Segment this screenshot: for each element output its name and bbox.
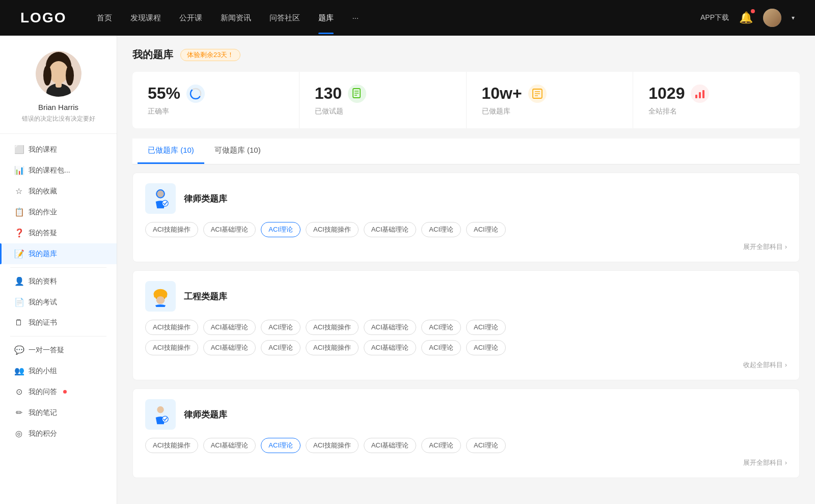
lawyer-icon-wrap <box>145 183 176 214</box>
sidebar-label-qa: 我的答疑 <box>29 229 57 238</box>
app-download-link[interactable]: APP下载 <box>700 13 729 22</box>
tags-row-lawyer-1: ACI技能操作 ACI基础理论 ACI理论 ACI技能操作 ACI基础理论 AC… <box>145 222 787 237</box>
tag-lawyer1-4[interactable]: ACI基础理论 <box>364 222 417 237</box>
tag-lawyer2-0[interactable]: ACI技能操作 <box>145 438 198 453</box>
sidebar-item-points[interactable]: ◎ 我的积分 <box>0 423 117 444</box>
stat-done-bank-icon <box>528 85 547 103</box>
sidebar-label-group: 我的小组 <box>29 367 57 376</box>
sidebar-label-question-bank: 我的题库 <box>29 249 57 259</box>
tag-engineer-r1-4[interactable]: ACI基础理论 <box>364 320 417 335</box>
sidebar-item-qa[interactable]: ❓ 我的答疑 <box>0 222 117 243</box>
tag-lawyer2-6[interactable]: ACI理论 <box>466 438 506 453</box>
sidebar-item-certificate[interactable]: 🗒 我的证书 <box>0 313 117 333</box>
sidebar-item-group[interactable]: 👥 我的小组 <box>0 360 117 381</box>
svg-point-2 <box>49 61 68 83</box>
qa-red-dot <box>63 390 67 394</box>
profile-avatar[interactable] <box>36 51 82 97</box>
tag-lawyer1-6[interactable]: ACI理论 <box>466 222 506 237</box>
svg-point-24 <box>157 190 164 197</box>
qa-icon: ❓ <box>14 228 23 238</box>
tag-engineer-r1-6[interactable]: ACI理论 <box>466 320 506 335</box>
notification-bell[interactable]: 🔔 <box>739 11 753 24</box>
list-icon <box>531 88 544 100</box>
nav-links: 首页 发现课程 公开课 新闻资讯 问答社区 题库 ··· <box>97 13 700 23</box>
sidebar-item-exam[interactable]: 📄 我的考试 <box>0 292 117 313</box>
tag-engineer-r2-2[interactable]: ACI理论 <box>261 340 301 355</box>
exam-icon: 📄 <box>14 297 23 307</box>
nav-open-course[interactable]: 公开课 <box>179 13 202 23</box>
avatar-chevron-icon[interactable]: ▾ <box>792 14 795 21</box>
nav-qa[interactable]: 问答社区 <box>269 13 300 23</box>
sidebar-divider-2 <box>10 336 106 337</box>
stat-accuracy-label: 正确率 <box>148 107 284 116</box>
sidebar-profile: Brian Harris 错误的决定比没有决定要好 <box>0 36 117 134</box>
topnav: LOGO 首页 发现课程 公开课 新闻资讯 问答社区 题库 ··· APP下载 … <box>0 0 815 36</box>
tag-lawyer1-1[interactable]: ACI基础理论 <box>203 222 256 237</box>
sidebar-item-profile[interactable]: 👤 我的资料 <box>0 271 117 292</box>
category-title-lawyer-2: 律师类题库 <box>184 409 227 421</box>
stat-done-questions-value: 130 <box>315 84 342 103</box>
question-bank-icon: 📝 <box>14 249 23 259</box>
sidebar-item-course-package[interactable]: 📊 我的课程包... <box>0 160 117 181</box>
page-title: 我的题库 <box>132 48 173 62</box>
tag-engineer-r2-3[interactable]: ACI技能操作 <box>306 340 359 355</box>
sidebar-label-collection: 我的收藏 <box>29 187 57 196</box>
tag-lawyer2-1[interactable]: ACI基础理论 <box>203 438 256 453</box>
stat-done-bank-label: 已做题库 <box>482 107 618 116</box>
tag-lawyer1-5[interactable]: ACI理论 <box>421 222 461 237</box>
sidebar-label-one-on-one: 一对一答疑 <box>29 346 64 355</box>
nav-more[interactable]: ··· <box>352 13 359 23</box>
tag-engineer-r1-2[interactable]: ACI理论 <box>261 320 301 335</box>
avatar[interactable] <box>763 9 781 27</box>
tag-lawyer1-0[interactable]: ACI技能操作 <box>145 222 198 237</box>
tag-engineer-r1-1[interactable]: ACI基础理论 <box>203 320 256 335</box>
stat-rank-label: 全站排名 <box>648 107 784 116</box>
homework-icon: 📋 <box>14 207 23 217</box>
sidebar-item-collection[interactable]: ☆ 我的收藏 <box>0 181 117 202</box>
nav-question-bank[interactable]: 题库 <box>318 13 334 23</box>
tab-done-bank[interactable]: 已做题库 (10) <box>138 138 204 164</box>
sidebar-item-question-bank[interactable]: 📝 我的题库 <box>0 243 117 264</box>
tag-lawyer2-4[interactable]: ACI基础理论 <box>364 438 417 453</box>
nav-news[interactable]: 新闻资讯 <box>221 13 251 23</box>
trial-badge: 体验剩余23天！ <box>180 49 240 61</box>
tag-engineer-r1-0[interactable]: ACI技能操作 <box>145 320 198 335</box>
course-package-icon: 📊 <box>14 165 23 175</box>
tag-engineer-r2-1[interactable]: ACI基础理论 <box>203 340 256 355</box>
sidebar-item-my-qa[interactable]: ⊙ 我的问答 <box>0 381 117 402</box>
svg-rect-18 <box>699 92 701 98</box>
lawyer-icon <box>150 188 171 209</box>
group-icon: 👥 <box>14 366 23 376</box>
sidebar-item-notes[interactable]: ✏ 我的笔记 <box>0 402 117 423</box>
expand-link-lawyer-2[interactable]: 展开全部科目 › <box>145 458 787 467</box>
stat-rank-top: 1029 <box>648 84 784 103</box>
tag-engineer-r2-5[interactable]: ACI理论 <box>421 340 461 355</box>
document-icon <box>351 88 363 100</box>
category-card-engineer: 工程类题库 ACI技能操作 ACI基础理论 ACI理论 ACI技能操作 ACI基… <box>132 270 800 380</box>
tag-lawyer1-3[interactable]: ACI技能操作 <box>306 222 359 237</box>
course-icon: ⬜ <box>14 145 23 154</box>
tag-engineer-r2-6[interactable]: ACI理论 <box>466 340 506 355</box>
nav-discover[interactable]: 发现课程 <box>130 13 161 23</box>
stat-done-bank-value: 10w+ <box>482 84 522 103</box>
sidebar-item-one-on-one[interactable]: 💬 一对一答疑 <box>0 340 117 360</box>
sidebar-divider-1 <box>10 267 106 268</box>
collapse-link-engineer[interactable]: 收起全部科目 › <box>145 360 787 370</box>
sidebar-label-certificate: 我的证书 <box>29 318 57 327</box>
tag-lawyer1-2[interactable]: ACI理论 <box>261 222 301 237</box>
expand-link-lawyer-1[interactable]: 展开全部科目 › <box>145 242 787 251</box>
sidebar-label-profile: 我的资料 <box>29 277 57 286</box>
tag-engineer-r2-0[interactable]: ACI技能操作 <box>145 340 198 355</box>
page-header: 我的题库 体验剩余23天！ <box>132 48 800 62</box>
tag-lawyer2-3[interactable]: ACI技能操作 <box>306 438 359 453</box>
sidebar-item-my-course[interactable]: ⬜ 我的课程 <box>0 139 117 160</box>
tag-lawyer2-2[interactable]: ACI理论 <box>261 438 301 453</box>
nav-home[interactable]: 首页 <box>97 13 112 23</box>
sidebar-item-homework[interactable]: 📋 我的作业 <box>0 202 117 222</box>
tab-available-bank[interactable]: 可做题库 (10) <box>204 138 271 164</box>
tag-engineer-r1-3[interactable]: ACI技能操作 <box>306 320 359 335</box>
tag-engineer-r2-4[interactable]: ACI基础理论 <box>364 340 417 355</box>
logo[interactable]: LOGO <box>20 10 66 26</box>
tag-lawyer2-5[interactable]: ACI理论 <box>421 438 461 453</box>
tag-engineer-r1-5[interactable]: ACI理论 <box>421 320 461 335</box>
